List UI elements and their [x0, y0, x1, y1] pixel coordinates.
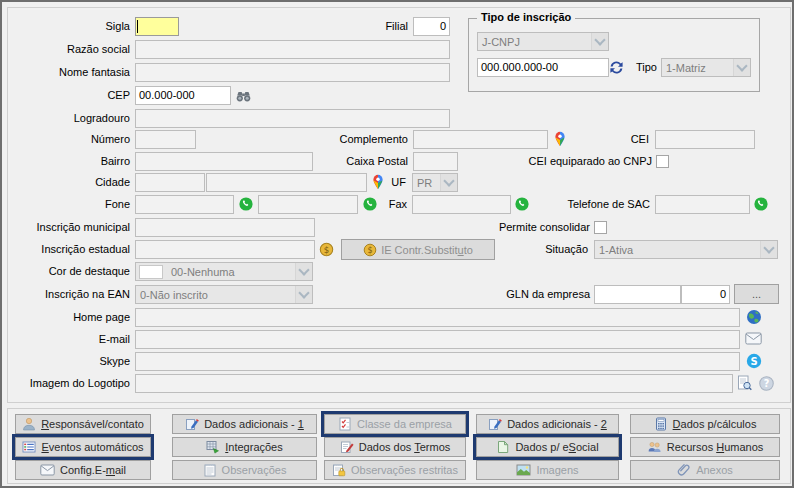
- responsavel-contato-button[interactable]: Responsável/contato: [15, 414, 151, 434]
- whatsapp-icon[interactable]: [754, 197, 768, 211]
- sigla-label: Sigla: [2, 17, 130, 36]
- fone-label: Fone: [2, 195, 130, 214]
- dados-adicionais-2-button[interactable]: Dados adicionais - 2: [476, 414, 619, 434]
- cidade-label: Cidade: [2, 173, 130, 192]
- whatsapp-icon[interactable]: [363, 197, 377, 211]
- chevron-down-icon: [295, 263, 312, 280]
- bairro-input[interactable]: [135, 152, 313, 171]
- tipo-doc-select[interactable]: J-CNPJ: [477, 32, 609, 51]
- caixa-postal-input[interactable]: [413, 152, 458, 171]
- integracoes-button[interactable]: Integrações: [172, 437, 317, 457]
- classe-da-empresa-button[interactable]: Classe da empresa: [324, 414, 466, 434]
- cnpj-input[interactable]: 000.000.000-00: [477, 58, 609, 77]
- imagens-button[interactable]: Imagens: [476, 460, 619, 480]
- fax-label: Fax: [380, 195, 407, 214]
- note-pencil-icon: [185, 417, 199, 431]
- email-input[interactable]: [135, 330, 740, 349]
- uf-select[interactable]: PR: [412, 173, 458, 192]
- dados-adicionais-1-button[interactable]: Dados adicionais - 1: [172, 414, 317, 434]
- mail-icon[interactable]: [745, 332, 762, 345]
- dados-dos-termos-button[interactable]: Dados dos Termos: [324, 437, 466, 457]
- tipo-inscricao-groupbox: Tipo de inscrição J-CNPJ 000.000.000-00 …: [468, 18, 760, 92]
- gln-digit-input[interactable]: 0: [681, 285, 730, 304]
- complemento-input[interactable]: [413, 130, 548, 149]
- dados-p-esocial-button[interactable]: Dados p/ eSocial: [476, 437, 619, 457]
- chevron-down-icon: [760, 241, 777, 258]
- razao-social-input[interactable]: [135, 40, 450, 59]
- skype-input[interactable]: [135, 352, 740, 371]
- home-page-input[interactable]: [135, 308, 740, 327]
- razao-social-label: Razão social: [2, 40, 130, 59]
- filial-input[interactable]: 0: [413, 17, 450, 36]
- cor-destaque-label: Cor de destaque: [2, 262, 130, 281]
- whatsapp-icon[interactable]: [515, 197, 529, 211]
- esocial-doc-icon: [496, 440, 510, 454]
- image-icon: [516, 464, 531, 476]
- anexos-button[interactable]: Anexos: [630, 460, 780, 480]
- nome-fantasia-label: Nome fantasia: [2, 63, 130, 82]
- preview-icon[interactable]: [737, 375, 752, 391]
- tipo-inscricao-title: Tipo de inscrição: [477, 11, 575, 23]
- page-pen-icon: [340, 440, 354, 454]
- chevron-down-icon: [440, 174, 457, 191]
- logradouro-input[interactable]: [135, 109, 450, 128]
- eventos-automaticos-button[interactable]: Eventos automáticos: [15, 437, 151, 457]
- situacao-select[interactable]: 1-Ativa: [594, 240, 778, 259]
- email-label: E-mail: [2, 330, 130, 349]
- globe-icon[interactable]: [746, 309, 762, 325]
- coin-icon: $: [363, 243, 377, 257]
- skype-icon[interactable]: S: [746, 353, 762, 369]
- cei-label: CEI: [602, 130, 649, 149]
- paperclip-icon: [677, 463, 691, 477]
- gln-input[interactable]: [594, 285, 681, 304]
- inscricao-estadual-label: Inscrição estadual: [2, 240, 130, 259]
- checklist-icon: [338, 417, 352, 431]
- logotipo-input[interactable]: [135, 374, 733, 393]
- dados-p-calculos-button[interactable]: Dados p/cálculos: [630, 414, 780, 434]
- config-email-button[interactable]: Config.E-mail: [15, 460, 151, 480]
- inscricao-ean-label: Inscrição na EAN: [2, 285, 130, 304]
- cei-equiparado-checkbox[interactable]: [656, 155, 669, 168]
- nome-fantasia-input[interactable]: [135, 63, 450, 82]
- binoculars-icon[interactable]: [236, 89, 251, 103]
- svg-text:S: S: [750, 356, 757, 367]
- cidade-nome-input[interactable]: [206, 173, 367, 192]
- complemento-label: Complemento: [332, 130, 408, 149]
- calculator-icon: [654, 417, 668, 431]
- uf-label: UF: [384, 173, 406, 192]
- fone1-input[interactable]: [135, 195, 234, 214]
- sigla-input[interactable]: [135, 17, 179, 36]
- observacoes-button[interactable]: Observações: [172, 460, 317, 480]
- maps-pin-icon[interactable]: [371, 174, 385, 190]
- fax-input[interactable]: [412, 195, 511, 214]
- observacoes-restritas-button[interactable]: Observações restritas: [324, 460, 466, 480]
- notepad-icon: [203, 463, 217, 477]
- cor-destaque-select[interactable]: 00-Nenhuma: [135, 262, 313, 281]
- coin-icon[interactable]: $: [319, 242, 334, 257]
- telefone-sac-input[interactable]: [655, 195, 750, 214]
- note-pencil-icon: [488, 417, 502, 431]
- whatsapp-icon[interactable]: [239, 197, 253, 211]
- svg-text:?: ?: [764, 378, 770, 389]
- list-icon: [22, 440, 36, 454]
- numero-input[interactable]: [135, 130, 196, 149]
- inscricao-ean-select[interactable]: 0-Não inscrito: [135, 285, 313, 304]
- chevron-down-icon: [295, 286, 312, 303]
- permite-consolidar-checkbox[interactable]: [594, 221, 607, 234]
- cei-equiparado-label: CEI equiparado ao CNPJ: [522, 152, 652, 171]
- ie-contr-substituto-button[interactable]: $ IE Contr.Substituto: [341, 239, 495, 260]
- cep-input[interactable]: 00.000-000: [135, 86, 231, 105]
- help-icon[interactable]: ?: [759, 376, 774, 391]
- cidade-codigo-input[interactable]: [135, 173, 205, 192]
- telefone-sac-label: Telefone de SAC: [558, 195, 650, 214]
- maps-pin-icon[interactable]: [553, 131, 567, 147]
- tipo-select[interactable]: 1-Matriz: [661, 58, 751, 77]
- fone2-input[interactable]: [258, 195, 358, 214]
- chevron-down-icon: [733, 59, 750, 76]
- inscricao-municipal-input[interactable]: [135, 218, 315, 237]
- caixa-postal-label: Caixa Postal: [332, 152, 408, 171]
- gln-more-button[interactable]: ...: [734, 284, 779, 304]
- inscricao-estadual-input[interactable]: [135, 240, 315, 259]
- cei-input[interactable]: [655, 130, 755, 149]
- recursos-humanos-button[interactable]: Recursos Humanos: [630, 437, 780, 457]
